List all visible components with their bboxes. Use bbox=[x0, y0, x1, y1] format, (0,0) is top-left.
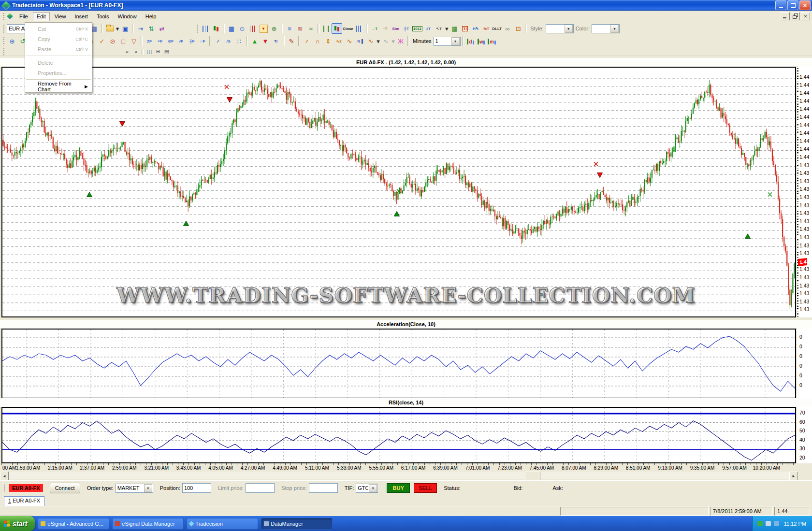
close-line-icon[interactable]: Close bbox=[342, 23, 354, 34]
menu-item-delete[interactable]: Delete bbox=[25, 57, 92, 68]
combo-dropdown-icon[interactable]: ▼ bbox=[451, 37, 460, 45]
prev-page-icon[interactable]: « bbox=[123, 48, 131, 55]
n-wave-icon[interactable]: N▐ bbox=[355, 36, 365, 46]
taskbar-item-datamanager[interactable]: DataManager bbox=[261, 518, 333, 530]
combo-dropdown-icon[interactable]: ▼ bbox=[565, 25, 573, 33]
start-button[interactable]: start bbox=[0, 516, 35, 531]
minutes-combo[interactable]: 1▼ bbox=[434, 37, 461, 46]
save-icon[interactable]: ▣ bbox=[120, 23, 130, 34]
monthly-icon[interactable]: m bbox=[487, 36, 497, 46]
daily-icon[interactable]: d bbox=[465, 36, 476, 46]
rays-icon[interactable]: Ж bbox=[395, 36, 406, 46]
down-arrow-icon[interactable]: ▼ bbox=[260, 36, 271, 46]
maximize-button[interactable] bbox=[787, 0, 798, 10]
stop-price-input[interactable] bbox=[309, 483, 338, 493]
time-sales-icon[interactable]: ⊙ bbox=[237, 23, 247, 34]
triangle-icon[interactable]: ▽ bbox=[129, 36, 139, 46]
wave-alt-caret-icon[interactable]: ▾ bbox=[391, 36, 395, 46]
menu-item-cut[interactable]: CutCtrl+X bbox=[25, 24, 92, 34]
sim-mode-icon[interactable]: Sim bbox=[391, 23, 401, 34]
taskbar-item-tradecision[interactable]: Tradecision bbox=[187, 518, 258, 530]
gann-fan-icon[interactable]: ∕G bbox=[223, 36, 234, 46]
scale-study-icon[interactable]: ‡T bbox=[423, 23, 434, 34]
bar-style-icon[interactable] bbox=[211, 23, 221, 34]
cascade-windows-icon[interactable]: ◫ bbox=[145, 48, 154, 55]
rectangle-icon[interactable]: □ bbox=[118, 36, 129, 46]
parallel-lines-icon[interactable]: ∕∕ bbox=[213, 36, 223, 46]
next-page-icon[interactable]: » bbox=[131, 48, 140, 55]
check-mark-icon[interactable]: ✓ bbox=[97, 36, 107, 46]
buy-button[interactable]: BUY bbox=[387, 483, 410, 493]
overlay-line-icon[interactable]: ≈ bbox=[305, 23, 316, 34]
connect-button[interactable]: Connect bbox=[50, 483, 80, 493]
range-tool-icon[interactable]: ⇕ bbox=[323, 36, 334, 46]
text-tool-icon[interactable]: Tr bbox=[271, 36, 281, 46]
grid-f-icon[interactable]: ╫F bbox=[187, 36, 197, 46]
candlestick-chart[interactable] bbox=[1, 67, 796, 317]
arc-f-icon[interactable]: ∩F bbox=[197, 36, 208, 46]
wave-caret-icon[interactable]: ▾ bbox=[376, 36, 380, 46]
combo-dropdown-icon[interactable]: ▼ bbox=[610, 25, 619, 33]
mdi-restore-button[interactable] bbox=[791, 12, 800, 20]
menu-edit[interactable]: Edit bbox=[33, 12, 50, 21]
page-list-icon[interactable]: ▤ bbox=[162, 48, 171, 55]
zigzag-percent-icon[interactable]: ∿2 bbox=[334, 36, 344, 46]
weekly-icon[interactable]: w bbox=[476, 36, 487, 46]
world-news-icon[interactable]: ⊕ bbox=[269, 23, 279, 34]
wave-icon[interactable]: ∿ bbox=[365, 36, 376, 46]
alert-study-icon[interactable]: T! bbox=[460, 23, 470, 34]
menu-item-remove-from-chart[interactable]: Remove From Chart▶ bbox=[25, 81, 92, 91]
close-button[interactable]: ✕ bbox=[799, 0, 811, 10]
menu-item-paste[interactable]: PasteCtrl+V bbox=[25, 44, 92, 54]
taskbar-item-esignal-advanced-g[interactable]: eSignal - Advanced G... bbox=[38, 518, 109, 530]
tif-combo[interactable]: GTC▼ bbox=[356, 484, 378, 493]
menu-help[interactable]: Help bbox=[142, 12, 160, 21]
page-updown-icon[interactable]: ⇅ bbox=[146, 23, 157, 34]
circles-f-icon[interactable]: ⊙F bbox=[165, 36, 176, 46]
alert-icon[interactable]: ▼ bbox=[258, 23, 269, 34]
position-input[interactable] bbox=[182, 483, 211, 493]
volume-histogram-icon[interactable] bbox=[247, 23, 258, 34]
levels-f-icon[interactable]: ≡F bbox=[155, 36, 165, 46]
menu-insert[interactable]: Insert bbox=[71, 12, 92, 21]
quote-board-icon[interactable]: ▦ bbox=[226, 23, 237, 34]
zigzag-f-icon[interactable]: ZF bbox=[144, 36, 155, 46]
pin-study-icon[interactable]: ╫T bbox=[401, 23, 412, 34]
esignal-tray-icon[interactable] bbox=[757, 521, 763, 526]
dot-grid-icon[interactable]: ∷ bbox=[234, 36, 245, 46]
select-region-icon[interactable]: ⊡ bbox=[513, 23, 523, 34]
draw-study-icon[interactable]: ✎ bbox=[286, 36, 297, 46]
menu-window[interactable]: Window bbox=[114, 12, 141, 21]
raise-study-icon[interactable]: ↑T bbox=[380, 23, 391, 34]
pointer-study-caret-icon[interactable]: ▾ bbox=[444, 23, 449, 34]
dll-icon[interactable]: DLLT bbox=[492, 23, 502, 34]
mdi-minimize-button[interactable] bbox=[781, 12, 790, 20]
pages-transfer-icon[interactable]: ⇄ bbox=[157, 23, 167, 34]
taskbar-item-esignal-data-manager[interactable]: eSignal Data Manager bbox=[112, 518, 184, 530]
scroll-right-icon[interactable]: ► bbox=[789, 472, 798, 480]
edit-data-icon[interactable]: H✎ bbox=[470, 23, 481, 34]
fan-f-icon[interactable]: ∕∕F bbox=[176, 36, 187, 46]
browse-icon[interactable]: ∞ bbox=[502, 23, 513, 34]
zoom-in-icon[interactable]: ⊕ bbox=[7, 36, 17, 46]
menu-view[interactable]: View bbox=[51, 12, 70, 21]
open-template-caret-icon[interactable]: ▾ bbox=[115, 23, 120, 34]
menu-tools[interactable]: Tools bbox=[93, 12, 113, 21]
order-type-combo[interactable]: MARKET▼ bbox=[116, 484, 153, 493]
trendline-icon[interactable]: ∕∕ bbox=[302, 36, 312, 46]
tab-eur-a0-fx[interactable]: 1EUR A0-FX bbox=[4, 496, 44, 506]
menu-item-copy[interactable]: CopyCtrl+C bbox=[25, 34, 92, 44]
hlc-bars-icon[interactable] bbox=[354, 23, 364, 34]
style-combo[interactable]: ▼ bbox=[546, 24, 574, 33]
link-windows-icon[interactable]: ▦ bbox=[449, 23, 460, 34]
menu-file[interactable]: File bbox=[15, 12, 32, 21]
arc-tool-icon[interactable]: ∩ bbox=[312, 36, 323, 46]
page-export-icon[interactable]: ⇥ bbox=[135, 23, 146, 34]
network-tray-icon[interactable] bbox=[774, 521, 779, 526]
menu-item-properties[interactable]: Properties... bbox=[25, 68, 92, 78]
rsi-chart[interactable] bbox=[1, 407, 796, 463]
date-range-icon[interactable]: 1011 bbox=[412, 23, 423, 34]
tile-windows-icon[interactable]: ⊞ bbox=[154, 48, 162, 55]
candlestick-style-icon[interactable] bbox=[332, 23, 342, 34]
acceleration-chart[interactable] bbox=[1, 329, 796, 399]
